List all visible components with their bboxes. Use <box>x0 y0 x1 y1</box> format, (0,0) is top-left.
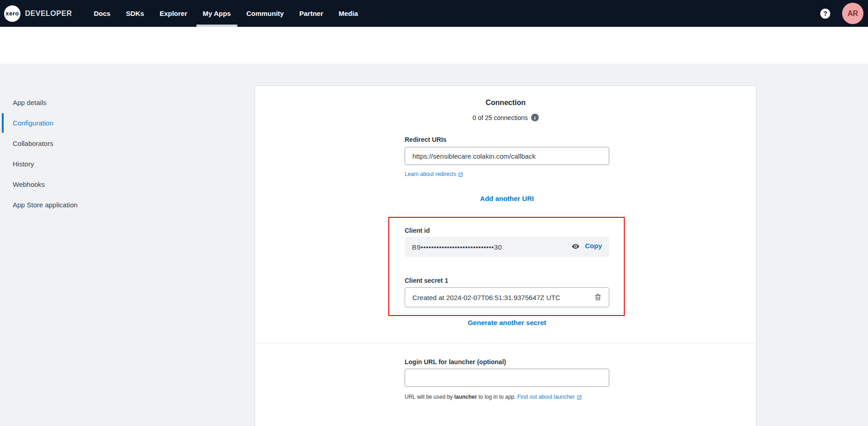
login-url-label: Login URL for launcher (optional) <box>405 358 609 366</box>
content-area: App details Configuration Collaborators … <box>0 64 868 426</box>
brand-developer: DEVELOPER <box>25 10 72 18</box>
launcher-helper-text: URL will be used by launcher to log in t… <box>405 394 641 400</box>
find-out-about-launcher-link[interactable]: Find out about launcher <box>517 394 582 400</box>
learn-about-redirects-text: Learn about redirects <box>405 171 456 177</box>
learn-about-redirects-link[interactable]: Learn about redirects <box>405 171 463 177</box>
nav-item-sdks[interactable]: SDKs <box>126 0 144 27</box>
reveal-client-id-button[interactable] <box>570 242 581 252</box>
top-navbar: xero DEVELOPER Docs SDKs Explorer My App… <box>0 0 868 27</box>
section-divider <box>255 343 756 343</box>
connection-title: Connection <box>255 99 756 107</box>
client-secret-field: Created at 2024-02-07T06:51:31.9375647Z … <box>405 287 609 307</box>
copy-client-id-link[interactable]: Copy <box>585 242 602 250</box>
sidebar-item-configuration[interactable]: Configuration <box>2 113 138 133</box>
info-icon[interactable]: i <box>531 114 539 121</box>
navbar-right: ? AR <box>820 3 863 24</box>
main-nav: Docs SDKs Explorer My Apps Community Par… <box>94 0 358 27</box>
trash-icon <box>594 293 602 301</box>
helper-bold-launcher: launcher <box>454 394 477 400</box>
client-id-label: Client id <box>405 227 609 234</box>
redirect-uris-label: Redirect URIs <box>405 136 609 143</box>
nav-item-media[interactable]: Media <box>339 0 358 27</box>
help-icon[interactable]: ? <box>820 9 830 19</box>
connection-card: Connection 0 of 25 connections i Redirec… <box>255 85 757 426</box>
add-another-uri-link[interactable]: Add another URI <box>405 195 609 202</box>
nav-item-partner[interactable]: Partner <box>299 0 323 27</box>
xero-logo-icon[interactable]: xero <box>4 5 20 22</box>
sidebar-item-collaborators[interactable]: Collaborators <box>2 133 138 154</box>
client-secret-label: Client secret 1 <box>405 277 609 284</box>
nav-item-explorer[interactable]: Explorer <box>160 0 187 27</box>
login-url-input[interactable] <box>405 369 609 387</box>
nav-item-community[interactable]: Community <box>246 0 284 27</box>
settings-sidebar: App details Configuration Collaborators … <box>2 92 138 215</box>
nav-item-docs[interactable]: Docs <box>94 0 110 27</box>
client-id-masked-value: B9••••••••••••••••••••••••••••30 <box>412 243 502 251</box>
user-avatar[interactable]: AR <box>842 3 863 24</box>
redirect-uri-input[interactable] <box>405 147 609 165</box>
sidebar-item-app-store-application[interactable]: App Store application <box>2 195 138 215</box>
eye-icon <box>571 242 581 251</box>
xero-logo-text: xero <box>5 10 19 17</box>
generate-another-secret-link[interactable]: Generate another secret <box>405 319 609 326</box>
external-link-icon <box>576 394 582 400</box>
sidebar-item-app-details[interactable]: App details <box>2 92 138 113</box>
helper-mid: to log in to app. <box>477 394 517 400</box>
helper-prefix: URL will be used by <box>405 394 454 400</box>
connection-count-text: 0 of 25 connections <box>472 114 527 121</box>
client-id-field: B9••••••••••••••••••••••••••••30 Copy <box>405 237 609 257</box>
nav-item-my-apps[interactable]: My Apps <box>203 0 231 27</box>
find-out-about-launcher-text: Find out about launcher <box>517 394 575 400</box>
external-link-icon <box>457 171 463 177</box>
delete-secret-button[interactable] <box>592 292 603 303</box>
connection-count: 0 of 25 connections i <box>255 114 756 121</box>
client-secret-created-text: Created at 2024-02-07T06:51:31.9375647Z … <box>412 294 560 301</box>
sidebar-item-history[interactable]: History <box>2 154 138 174</box>
sidebar-item-webhooks[interactable]: Webhooks <box>2 174 138 195</box>
page-header: Apps›ashtech invoice Configuration Save <box>0 27 868 64</box>
